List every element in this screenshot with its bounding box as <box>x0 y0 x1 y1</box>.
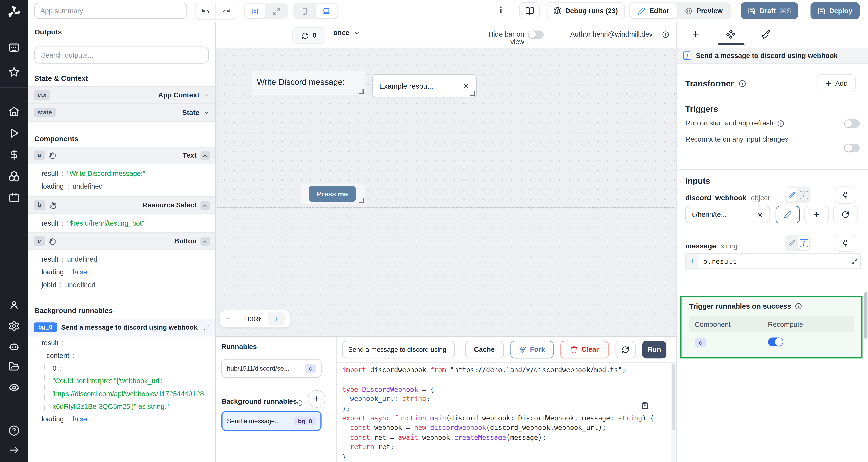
mobile-view-button[interactable] <box>294 4 315 18</box>
input2-connect-plug-icon[interactable] <box>835 234 855 252</box>
docs-book-button[interactable] <box>519 2 540 19</box>
users-person-icon[interactable] <box>8 299 20 311</box>
variables-dollar-icon[interactable] <box>8 149 20 160</box>
runs-play-icon[interactable] <box>8 127 20 139</box>
copy-clipboard-icon[interactable] <box>641 402 649 409</box>
kebab-menu-icon[interactable]: ⋮ <box>496 5 505 15</box>
tab-editor[interactable]: Editor <box>630 3 677 18</box>
clear-x-icon[interactable] <box>756 211 763 218</box>
static-mode-pencil-icon[interactable] <box>786 188 797 202</box>
fullscreen-button[interactable] <box>266 4 287 18</box>
info-icon[interactable] <box>662 31 669 38</box>
info-icon[interactable] <box>738 79 746 87</box>
run-on-start-toggle[interactable] <box>844 120 860 128</box>
output-field-row[interactable]: content: <box>28 349 215 362</box>
fork-button[interactable]: Fork <box>510 341 554 358</box>
clear-button[interactable]: Clear <box>560 341 609 358</box>
deploy-button[interactable]: Deploy <box>810 2 859 19</box>
output-field-row[interactable]: jobId: undefined <box>28 278 215 291</box>
state-row[interactable]: state State <box>28 104 215 122</box>
selected-runnable-header[interactable]: ƒ Send a message to discord using webhoo… <box>677 47 868 64</box>
cache-button[interactable]: Cache <box>465 341 504 358</box>
collapse-arrow-icon[interactable] <box>8 444 20 456</box>
collapse-chevron-up-icon[interactable] <box>200 151 210 160</box>
input1-refresh-button[interactable] <box>833 206 857 224</box>
apps-icon[interactable] <box>8 42 20 54</box>
debug-runs-button[interactable]: Debug runs (23) <box>546 2 625 19</box>
draft-button[interactable]: Draft ⌘S <box>741 2 798 19</box>
eval-mode-function-icon[interactable]: ƒ <box>798 236 809 250</box>
ctx-row[interactable]: ctx App Context <box>28 86 215 104</box>
resize-handle[interactable] <box>359 198 364 203</box>
home-icon[interactable] <box>8 106 20 117</box>
output-field-row[interactable]: loading: false <box>28 412 215 425</box>
input1-connect-plug-icon[interactable] <box>835 186 855 203</box>
undo-button[interactable] <box>195 3 215 20</box>
refresh-count-button[interactable]: 0 <box>292 27 326 44</box>
code-content[interactable]: import discordwebhook from "https://deno… <box>342 366 668 462</box>
chevron-down-icon[interactable] <box>203 92 210 98</box>
zoom-in-button[interactable]: + <box>268 312 284 326</box>
button-component-cell[interactable]: Press me <box>301 184 365 204</box>
center-align-button[interactable] <box>245 4 265 18</box>
schedule-select[interactable]: once <box>333 29 361 37</box>
eval-mode-function-icon[interactable]: ƒ <box>798 188 809 202</box>
bg0-header-row[interactable]: bg_0 Send a message to discord using web… <box>28 319 215 336</box>
folders-icon[interactable] <box>8 361 20 373</box>
component-a-header[interactable]: a Text <box>28 146 215 164</box>
info-icon[interactable] <box>777 120 785 127</box>
app-canvas[interactable]: Write Discord message: Example resou... … <box>216 47 676 336</box>
input1-edit-pencil-button[interactable] <box>776 206 800 224</box>
zoom-out-button[interactable]: − <box>225 314 238 324</box>
refresh-code-button[interactable] <box>616 341 636 358</box>
redo-button[interactable] <box>215 3 236 20</box>
audit-eye-icon[interactable] <box>8 382 20 393</box>
expand-editor-icon[interactable] <box>851 254 860 268</box>
output-field-row[interactable]: result: undefined <box>28 253 215 265</box>
run-button[interactable]: Run <box>642 341 666 358</box>
output-field-row[interactable]: loading: false <box>28 265 215 278</box>
component-b-header[interactable]: b Resource Select <box>28 196 215 214</box>
editor-scrollbar[interactable] <box>672 363 676 462</box>
text-component[interactable]: Write Discord message: <box>252 71 365 95</box>
output-field-row[interactable]: result: <box>28 336 215 349</box>
tab-component-settings-icon[interactable] <box>726 29 736 39</box>
collapse-chevron-up-icon[interactable] <box>200 201 210 210</box>
settings-gear-icon[interactable] <box>8 320 20 332</box>
chevron-down-icon[interactable] <box>203 109 210 116</box>
tab-styling-brush-icon[interactable] <box>761 29 771 39</box>
resize-handle[interactable] <box>470 91 475 96</box>
desktop-view-button[interactable] <box>316 4 337 18</box>
input2-expression-editor[interactable]: 1 b.result <box>685 253 861 269</box>
runnable-name-input[interactable] <box>342 341 455 358</box>
recompute-toggle[interactable] <box>844 144 860 152</box>
output-field-row[interactable]: 0: <box>28 362 215 374</box>
add-background-runnable-button[interactable] <box>308 390 326 407</box>
workers-robot-icon[interactable] <box>8 341 20 352</box>
code-editor[interactable]: import discordwebhook from "https://deno… <box>337 362 676 462</box>
bg-runnable-item-selected[interactable]: Send a message... bg_0 <box>221 411 322 431</box>
collapse-chevron-up-icon[interactable] <box>200 236 210 246</box>
windmill-logo-icon[interactable] <box>7 5 22 20</box>
output-field-row[interactable]: loading: undefined <box>28 180 215 192</box>
press-me-button[interactable]: Press me <box>309 186 356 202</box>
output-field-row[interactable]: result: "Write Discord message:" <box>28 167 215 180</box>
runnable-item[interactable]: hub/1511/discord/se... c <box>221 359 322 378</box>
resize-handle[interactable] <box>359 89 364 94</box>
tab-preview[interactable]: Preview <box>677 3 731 18</box>
favorites-star-icon[interactable] <box>8 66 20 78</box>
add-transformer-button[interactable]: Add <box>816 74 856 92</box>
hide-bar-toggle[interactable] <box>528 31 544 39</box>
search-outputs-input[interactable] <box>34 46 209 63</box>
help-icon[interactable] <box>8 425 20 436</box>
input1-add-resource-button[interactable] <box>804 206 829 224</box>
recompute-c-toggle[interactable] <box>768 337 783 346</box>
panel-scrollbar-thumb[interactable] <box>864 292 868 338</box>
resources-boxes-icon[interactable] <box>8 170 20 182</box>
tab-insert-plus-icon[interactable] <box>691 29 700 39</box>
app-summary-input[interactable] <box>34 3 187 19</box>
static-mode-pencil-icon[interactable] <box>786 236 797 250</box>
schedules-calendar-icon[interactable] <box>8 192 20 204</box>
input1-resource-select[interactable]: u/henri/te... <box>685 206 770 224</box>
info-icon[interactable] <box>795 303 802 310</box>
